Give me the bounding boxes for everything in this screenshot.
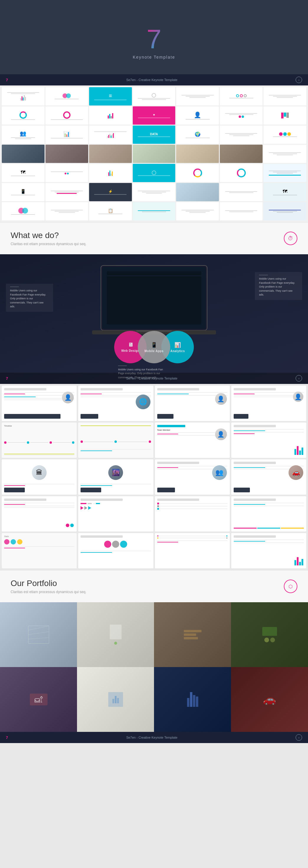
hero-footer-icon: ○ (296, 76, 302, 83)
thumb-6-6[interactable] (220, 183, 262, 201)
thumb-1-2[interactable] (46, 87, 88, 105)
portfolio-section: Our Portfolio Claritas est etiam process… (0, 570, 308, 602)
svg-line-7 (28, 626, 49, 630)
thumb2-4-3[interactable] (155, 496, 230, 531)
thumb-3-1[interactable]: 👥 (2, 125, 45, 144)
thumb-7-3[interactable]: 📋 (89, 202, 132, 220)
hero-subtitle: Keynote Template (133, 55, 175, 60)
thumb2-2-2[interactable] (78, 423, 153, 458)
thumb-6-3[interactable]: ⚡ (89, 183, 132, 201)
hero-number: 7 (147, 26, 161, 53)
portfolio-image-4[interactable] (231, 602, 308, 667)
thumb-1-7[interactable] (263, 87, 306, 105)
thumb2-2-3[interactable]: Team Member 👤 (155, 423, 230, 458)
thumb2-4-4[interactable] (231, 496, 306, 531)
thumb-7-7[interactable] (263, 202, 306, 220)
thumb2-1-4[interactable]: 👤 (231, 386, 306, 421)
thumb-4-2[interactable] (46, 145, 88, 163)
thumb-3-3[interactable] (89, 125, 132, 144)
thumb-5-4[interactable]: ◯ (133, 164, 175, 182)
what-we-do-icon: ⏱ (284, 231, 298, 245)
right-callout-text: Mobile Users using our Facebook Fan Page… (259, 277, 298, 297)
thumb-3-6[interactable] (220, 125, 262, 144)
portfolio-image-6[interactable] (77, 667, 154, 732)
hero-footer-number: 7 (6, 78, 8, 82)
monitor-icon: 🖥 (128, 342, 133, 348)
thumb-1-6[interactable] (220, 87, 262, 105)
thumb-1-3[interactable]: ≡ (89, 87, 132, 105)
left-callout-text: Mobile Users using our Facebook Fan Page… (10, 289, 49, 309)
thumb2-5-2[interactable] (78, 533, 153, 568)
thumb-4-7[interactable] (263, 145, 306, 163)
thumb-7-5[interactable] (176, 202, 219, 220)
thumb2-1-2[interactable]: 🌐 (78, 386, 153, 421)
thumb-4-6[interactable] (220, 145, 262, 163)
thumb2-3-3[interactable]: 👥 (155, 459, 230, 495)
thumb2-3-2[interactable]: 🌆 (78, 459, 153, 495)
thumb-6-1[interactable]: 📱 (2, 183, 45, 201)
thumb-6-7[interactable]: 🗺 (263, 183, 306, 201)
thumb-5-2[interactable] (46, 164, 88, 182)
portfolio-image-7[interactable] (154, 667, 231, 732)
portfolio-image-3[interactable] (154, 602, 231, 667)
thumb-3-4[interactable]: DATA (133, 125, 175, 144)
timer-icon: ⏱ (288, 236, 293, 242)
thumb-4-4[interactable] (133, 145, 175, 163)
thumb-6-2[interactable] (46, 183, 88, 201)
thumb-7-4[interactable] (133, 202, 175, 220)
portfolio-image-2[interactable] (77, 602, 154, 667)
thumb-7-1[interactable] (2, 202, 45, 220)
mobile-icon: 📱 (151, 342, 157, 348)
portfolio-image-8[interactable]: 🚗 (231, 667, 308, 732)
thumb-4-3[interactable] (89, 145, 132, 163)
thumb-5-1[interactable]: 🗺 (2, 164, 45, 182)
thumb-3-5[interactable]: 🌍 (176, 125, 219, 144)
venn-label-2: Mobile Apps (145, 349, 164, 353)
hero-footer: 7 Se7en - Creative Keynote Template ○ (0, 74, 308, 86)
portfolio-image-5[interactable]: 🛋 (0, 667, 77, 732)
thumb-7-2[interactable] (46, 202, 88, 220)
thumb2-3-1[interactable]: 🏛 (2, 459, 77, 495)
thumb2-5-1[interactable]: Stats (2, 533, 77, 568)
thumb2-4-2[interactable]: → (78, 496, 153, 531)
thumb-5-6[interactable] (220, 164, 262, 182)
venn-diagram: 🖥 Web Design 📱 Mobile Apps 📊 Analytics (114, 331, 194, 363)
thumb-3-7[interactable] (263, 125, 306, 144)
thumb2-1-3[interactable]: 👤 (155, 386, 230, 421)
thumb-2-2[interactable] (46, 106, 88, 125)
thumb-1-5[interactable] (176, 87, 219, 105)
thumb2-2-1[interactable]: Timeline (2, 423, 77, 458)
thumb-2-1[interactable] (2, 106, 45, 125)
thumb-3-2[interactable]: 📊 (46, 125, 88, 144)
thumb-2-6[interactable] (220, 106, 262, 125)
thumb-5-7[interactable] (263, 164, 306, 182)
thumb-6-4[interactable] (133, 183, 175, 201)
thumb2-4-1[interactable] (2, 496, 77, 531)
thumb-4-1[interactable] (2, 145, 45, 163)
feature-footer-title: Se7en - Creative Keynote Template (126, 376, 177, 380)
svg-line-8 (28, 632, 49, 634)
what-we-do-text: What we do? Claritas est etiam processus… (10, 231, 86, 246)
thumbnail-grid-1: ≡ ✦ 👤 👥 📊 DATA 🌍 (2, 87, 306, 220)
thumb2-3-4[interactable]: 🚗 (231, 459, 306, 495)
thumb-5-5[interactable] (176, 164, 219, 182)
thumb-2-4[interactable]: ✦ (133, 106, 175, 125)
thumb-1-1[interactable] (2, 87, 45, 105)
hexagon-icon: ⬡ (288, 584, 293, 589)
thumb-6-5[interactable] (176, 183, 219, 201)
portfolio-image-1[interactable] (0, 602, 77, 667)
thumb-4-5[interactable] (176, 145, 219, 163)
thumb-1-4[interactable] (133, 87, 175, 105)
thumb2-1-1[interactable]: 👤 (2, 386, 77, 421)
thumb-7-6[interactable] (220, 202, 262, 220)
venn-circle-mobileapps: 📱 Mobile Apps (138, 331, 170, 363)
thumb2-2-4[interactable] (231, 423, 306, 458)
thumb-2-7[interactable] (263, 106, 306, 125)
thumb2-5-3[interactable] (155, 533, 230, 568)
thumb-2-3[interactable] (89, 106, 132, 125)
portfolio-image-grid: 🛋 (0, 602, 308, 732)
thumb-5-3[interactable] (89, 164, 132, 182)
thumb-2-5[interactable]: 👤 (176, 106, 219, 125)
thumb2-5-4[interactable] (231, 533, 306, 568)
what-we-do-section: What we do? Claritas est etiam processus… (0, 222, 308, 254)
